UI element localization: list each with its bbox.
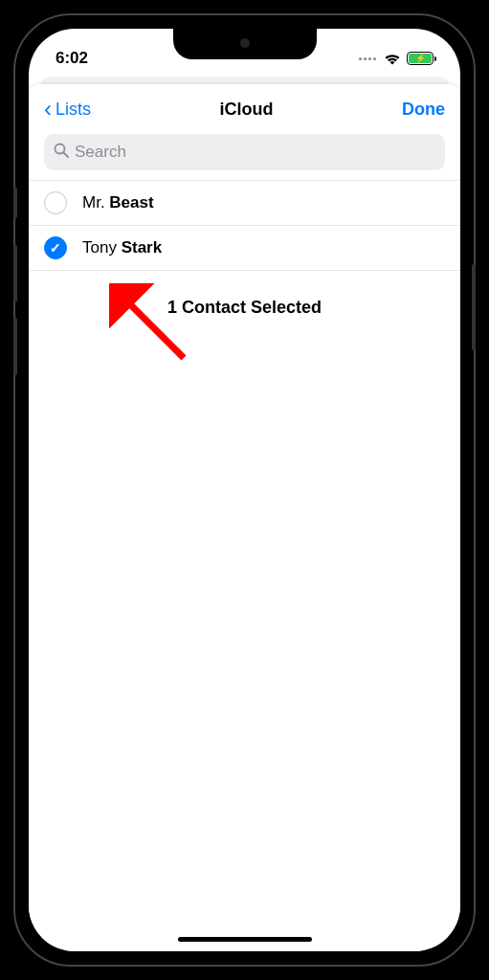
battery-icon: ⚡ — [407, 52, 433, 65]
volume-down-button — [13, 318, 17, 375]
svg-line-1 — [64, 153, 69, 158]
done-button[interactable]: Done — [402, 100, 445, 120]
checkmark-icon: ✓ — [50, 240, 61, 256]
back-button[interactable]: ‹ Lists — [44, 98, 91, 121]
phone-screen: 6:02 ⚡ ‹ Lists iCloud — [29, 29, 460, 951]
contact-row[interactable]: ✓ Tony Stark — [29, 226, 460, 271]
radio-checked-icon[interactable]: ✓ — [44, 236, 67, 259]
front-camera — [240, 38, 250, 48]
modal-sheet: ‹ Lists iCloud Done Search Mr — [29, 84, 460, 951]
contact-name: Mr. Beast — [82, 193, 154, 212]
back-label: Lists — [56, 100, 91, 120]
phone-frame: 6:02 ⚡ ‹ Lists iCloud — [13, 13, 476, 967]
cell-dots-icon — [359, 57, 376, 60]
search-input[interactable]: Search — [44, 134, 445, 170]
status-time: 6:02 — [56, 49, 88, 68]
status-right: ⚡ — [359, 52, 433, 65]
silent-switch — [13, 188, 17, 218]
nav-bar: ‹ Lists iCloud Done — [29, 84, 460, 134]
power-button — [472, 264, 476, 350]
charging-bolt-icon: ⚡ — [415, 55, 426, 63]
volume-up-button — [13, 245, 17, 302]
search-placeholder: Search — [75, 143, 126, 162]
home-indicator[interactable] — [178, 937, 312, 942]
chevron-left-icon: ‹ — [44, 98, 52, 121]
selection-summary: 1 Contact Selected — [29, 271, 460, 345]
contact-list: Mr. Beast ✓ Tony Stark — [29, 180, 460, 271]
wifi-icon — [384, 53, 401, 65]
nav-title: iCloud — [220, 100, 274, 120]
search-container: Search — [29, 134, 460, 180]
contact-name: Tony Stark — [82, 238, 162, 257]
search-icon — [54, 143, 69, 162]
radio-unchecked-icon[interactable] — [44, 191, 67, 214]
contact-row[interactable]: Mr. Beast — [29, 181, 460, 226]
notch — [173, 29, 317, 59]
